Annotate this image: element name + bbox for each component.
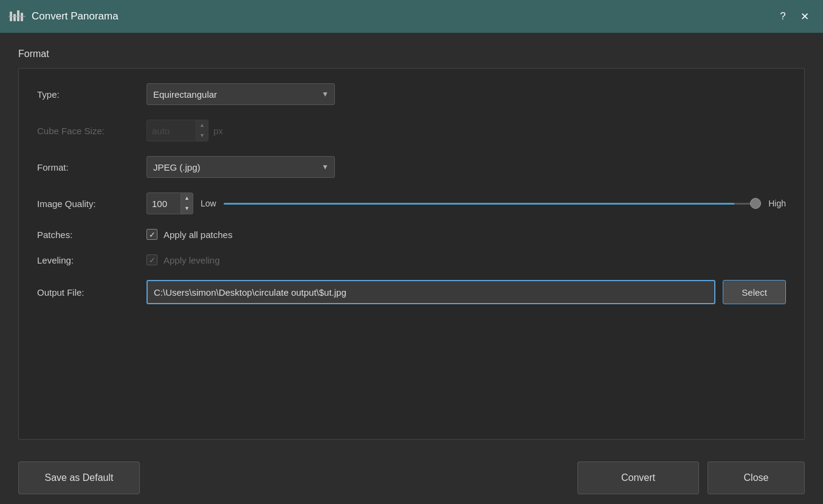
format-row: Format: JPEG (.jpg) PNG (.png) TIFF (.ti… <box>37 156 786 178</box>
select-file-button[interactable]: Select <box>723 280 786 304</box>
quality-spinbox-buttons: ▲ ▼ <box>181 193 193 214</box>
main-content: Format Type: Equirectangular Cubic Cylin… <box>0 33 823 452</box>
footer: Save as Default Convert Close <box>0 452 823 504</box>
image-quality-row: Image Quality: ▲ ▼ Low High <box>37 192 786 214</box>
dialog-title: Convert Panorama <box>32 10 773 22</box>
cube-face-up-button[interactable]: ▲ <box>196 120 208 131</box>
form-box: Type: Equirectangular Cubic Cylindrical … <box>18 68 805 440</box>
svg-rect-2 <box>17 10 19 21</box>
section-format-title: Format <box>18 49 805 60</box>
footer-right: Convert Close <box>577 461 805 494</box>
leveling-row: Leveling: Apply leveling <box>37 254 786 265</box>
svg-rect-1 <box>13 14 16 21</box>
quality-low-label: Low <box>201 199 216 208</box>
output-controls: Select <box>146 280 786 304</box>
patches-label: Patches: <box>37 230 146 240</box>
app-icon <box>9 8 26 25</box>
patches-row: Patches: Apply all patches <box>37 229 786 240</box>
quality-controls: ▲ ▼ Low High <box>146 192 786 214</box>
type-label: Type: <box>37 89 146 100</box>
footer-left: Save as Default <box>18 461 577 494</box>
leveling-checkbox[interactable] <box>146 254 157 265</box>
dialog-container: Convert Panorama ? ✕ Format Type: Equire… <box>0 0 823 504</box>
format-label: Format: <box>37 162 146 172</box>
quality-down-button[interactable]: ▼ <box>181 203 193 214</box>
output-label: Output File: <box>37 287 146 298</box>
quality-slider-container <box>224 203 762 205</box>
cube-face-label: Cube Face Size: <box>37 126 146 136</box>
output-file-row: Output File: Select <box>37 280 786 304</box>
quality-slider[interactable] <box>224 203 762 205</box>
patches-checkbox-row: Apply all patches <box>146 229 232 240</box>
close-button[interactable]: Close <box>708 461 805 494</box>
cube-face-down-button[interactable]: ▼ <box>196 131 208 141</box>
cube-face-spinbox: ▲ ▼ <box>146 120 208 141</box>
close-title-button[interactable]: ✕ <box>795 7 814 26</box>
cube-face-buttons: ▲ ▼ <box>196 120 208 141</box>
type-select-wrapper: Equirectangular Cubic Cylindrical ▼ <box>146 83 335 105</box>
convert-button[interactable]: Convert <box>577 461 699 494</box>
quality-spinbox: ▲ ▼ <box>146 192 193 214</box>
format-select-wrapper: JPEG (.jpg) PNG (.png) TIFF (.tif) EXR (… <box>146 156 335 178</box>
patches-checkbox[interactable] <box>146 229 157 240</box>
leveling-checkbox-row: Apply leveling <box>146 254 220 265</box>
help-button[interactable]: ? <box>773 7 793 26</box>
type-select[interactable]: Equirectangular Cubic Cylindrical <box>146 83 335 105</box>
save-default-button[interactable]: Save as Default <box>18 461 140 494</box>
titlebar: Convert Panorama ? ✕ <box>0 0 823 33</box>
patches-text: Apply all patches <box>164 230 232 240</box>
cube-face-unit: px <box>213 126 223 136</box>
quality-label: Image Quality: <box>37 199 146 209</box>
leveling-text: Apply leveling <box>164 255 220 265</box>
leveling-label: Leveling: <box>37 255 146 265</box>
svg-rect-3 <box>21 13 23 21</box>
cube-face-spinbox-wrapper: ▲ ▼ px <box>146 120 223 141</box>
quality-input[interactable] <box>147 193 181 214</box>
quality-up-button[interactable]: ▲ <box>181 193 193 203</box>
type-row: Type: Equirectangular Cubic Cylindrical … <box>37 83 786 105</box>
cube-face-input[interactable] <box>147 120 196 141</box>
cube-face-row: Cube Face Size: ▲ ▼ px <box>37 120 786 141</box>
format-select[interactable]: JPEG (.jpg) PNG (.png) TIFF (.tif) EXR (… <box>146 156 335 178</box>
output-file-input[interactable] <box>146 280 715 304</box>
quality-high-label: High <box>768 199 786 208</box>
